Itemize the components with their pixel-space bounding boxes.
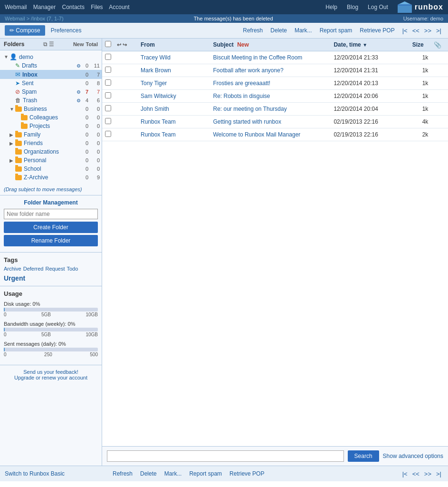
tag-deferred[interactable]: Deferred [23,266,44,273]
search-button[interactable]: Search [348,450,379,462]
datetime-header[interactable]: Date, time ▼ [331,39,409,51]
feedback-link-2[interactable]: Upgrade or renew your account [4,375,98,380]
row-from-4[interactable]: John Smith [138,103,210,116]
row-checkbox-4[interactable] [105,105,111,111]
top-bar: Webmail Manager Contacts Files Account H… [0,0,448,14]
size-header[interactable]: Size [410,39,431,51]
nav-help[interactable]: Help [325,4,337,10]
refresh-button[interactable]: Refresh [241,25,265,36]
compose-button[interactable]: ✏ Compose [5,25,45,36]
folder-item-organizations[interactable]: Organizations 0 0 [0,147,102,156]
bottom-delete-button[interactable]: Delete [138,468,159,479]
folder-item-zarchive[interactable]: Z-Archive 0 9 [0,173,102,182]
tag-request[interactable]: Request [45,266,65,273]
row-from-0[interactable]: Tracey Wild [138,51,210,64]
trash-settings-icon[interactable]: ⚙ [76,98,81,103]
table-row[interactable]: Mark Brown Football after work anyone? 1… [102,64,448,77]
bottom-nav-next[interactable]: >> [422,469,433,478]
report-spam-button[interactable]: Report spam [318,25,354,36]
folder-item-family[interactable]: ▶ Family 0 0 [0,130,102,139]
row-checkbox-5[interactable] [105,118,111,124]
row-from-6[interactable]: Runbox Team [138,128,210,141]
row-subject-5[interactable]: Getting started with runbox [210,116,331,128]
breadcrumb[interactable]: Webmail > /Inbox (7, 1-7) [5,16,64,21]
row-subject-4[interactable]: Re: our meeting on Thursday [210,103,331,116]
table-row[interactable]: Runbox Team Getting started with runbox … [102,116,448,128]
from-header[interactable]: From [138,39,210,51]
sort-arrow-icon: ▼ [362,42,367,48]
create-folder-button[interactable]: Create Folder [4,222,98,233]
search-input[interactable] [107,450,344,462]
bottom-refresh-button[interactable]: Refresh [111,468,134,479]
bottom-retrieve-pop-button[interactable]: Retrieve POP [228,468,266,479]
nav-blog[interactable]: Blog [347,4,358,10]
folder-item-personal[interactable]: ▶ Personal 0 0 [0,156,102,165]
preferences-button[interactable]: Preferences [49,25,84,36]
row-checkbox-1[interactable] [105,67,111,73]
table-row[interactable]: John Smith Re: our meeting on Thursday 1… [102,103,448,116]
folder-item-school[interactable]: School 0 0 [0,165,102,173]
new-folder-input[interactable] [4,209,98,219]
nav-contacts[interactable]: Contacts [62,4,85,10]
folder-item-drafts[interactable]: ✎ Drafts ⚙ 0 11 [0,61,102,70]
table-row[interactable]: Tony Tiger Frosties are greeaaatt! 12/20… [102,77,448,90]
nav-first-button[interactable]: |< [400,26,410,35]
row-subject-3[interactable]: Re: Robots in disguise [210,90,331,103]
folder-item-demo[interactable]: ▼ 👤 demo [0,52,102,61]
row-from-1[interactable]: Mark Brown [138,64,210,77]
bottom-report-spam-button[interactable]: Report spam [187,468,224,479]
folder-item-sent[interactable]: ➤ Sent 0 8 [0,79,102,88]
nav-logout[interactable]: Log Out [368,4,388,10]
drafts-settings-icon[interactable]: ⚙ [76,63,81,68]
folder-item-projects[interactable]: Projects 0 0 [0,122,102,130]
switch-basic-link[interactable]: Switch to Runbox Basic [5,470,65,477]
nav-prev-button[interactable]: << [410,26,421,35]
nav-files[interactable]: Files [91,4,103,10]
folder-item-business[interactable]: ▼ Business 0 0 [0,105,102,113]
row-subject-1[interactable]: Football after work anyone? [210,64,331,77]
tag-todo[interactable]: Todo [67,266,78,273]
nav-last-button[interactable]: >| [434,26,443,35]
nav-account[interactable]: Account [109,4,129,10]
mark-button[interactable]: Mark... [293,25,314,36]
feedback-link-1[interactable]: Send us your feedback! [4,369,98,375]
spam-settings-icon[interactable]: ⚙ [76,89,81,95]
bottom-mark-button[interactable]: Mark... [162,468,184,479]
row-from-3[interactable]: Sam Witwicky [138,90,210,103]
table-row[interactable]: Runbox Team Welcome to Runbox Mail Manag… [102,128,448,141]
advanced-options-link[interactable]: Show advanced options [383,453,443,459]
folder-item-trash[interactable]: 🗑 Trash ⚙ 4 6 [0,96,102,105]
table-row[interactable]: Tracey Wild Biscuit Meeting in the Coffe… [102,51,448,64]
row-subject-2[interactable]: Frosties are greeaaatt! [210,77,331,90]
row-subject-0[interactable]: Biscuit Meeting in the Coffee Room [210,51,331,64]
row-from-5[interactable]: Runbox Team [138,116,210,128]
row-checkbox-0[interactable] [105,54,111,60]
folder-item-friends[interactable]: ▶ Friends 0 0 [0,139,102,147]
table-row[interactable]: Sam Witwicky Re: Robots in disguise 12/2… [102,90,448,103]
row-checkbox-6[interactable] [105,131,111,137]
retrieve-pop-button[interactable]: Retrieve POP [358,25,396,36]
nav-manager[interactable]: Manager [33,4,56,10]
tag-urgent[interactable]: Urgent [4,274,25,282]
row-subject-6[interactable]: Welcome to Runbox Mail Manager [210,128,331,141]
folder-item-colleagues[interactable]: Colleagues 0 0 [0,113,102,122]
delete-button[interactable]: Delete [268,25,289,36]
row-attachment-0 [431,51,448,64]
bottom-nav-prev[interactable]: << [410,469,421,478]
nav-webmail[interactable]: Webmail [5,4,27,10]
bottom-nav-first[interactable]: |< [400,469,410,478]
row-from-2[interactable]: Tony Tiger [138,77,210,90]
row-checkbox-3[interactable] [105,92,111,98]
select-all-checkbox[interactable] [105,41,111,47]
select-all-checkbox-header[interactable] [102,39,114,51]
folder-item-spam[interactable]: ⊘ Spam ⚙ 7 7 [0,88,102,96]
tag-archive[interactable]: Archive [4,266,21,273]
rename-folder-button[interactable]: Rename Folder [4,235,98,246]
folder-manage-icon[interactable]: ☰ [49,41,54,48]
folder-item-inbox[interactable]: ✉ Inbox 0 7 [0,70,102,79]
subject-header[interactable]: Subject New [210,39,331,51]
bottom-nav-last[interactable]: >| [434,469,443,478]
nav-next-button[interactable]: >> [422,26,433,35]
row-checkbox-2[interactable] [105,79,111,86]
folder-copy-icon[interactable]: ⧉ [43,41,48,48]
